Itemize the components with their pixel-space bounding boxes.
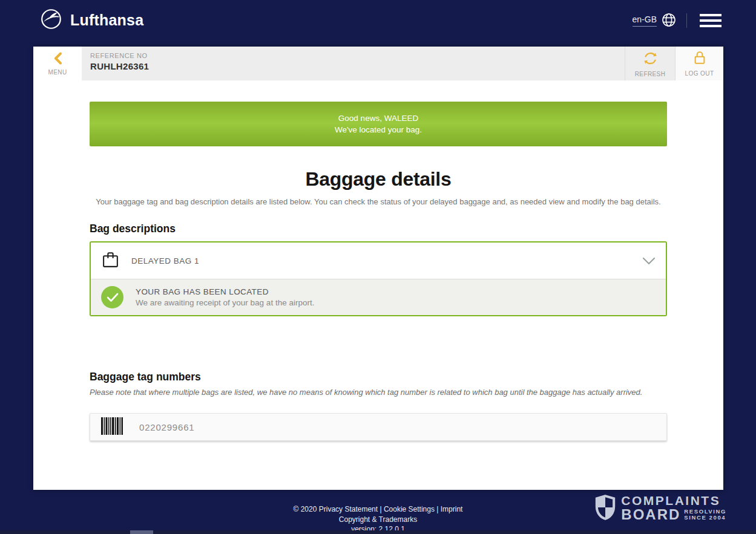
bag-label: DELAYED BAG 1 xyxy=(131,256,199,265)
main-panel: MENU REFERENCE NO RUHLH26361 REFRESH xyxy=(33,47,723,490)
complaints-board-word1: COMPLAINTS xyxy=(621,494,726,507)
footer-link-imprint[interactable]: Imprint xyxy=(441,505,463,513)
page-intro: Your baggage tag and bag description det… xyxy=(90,197,667,206)
bag-card: DELAYED BAG 1 YOUR BAG HAS BEEN LOCATED … xyxy=(90,241,667,316)
bag-status-title: YOUR BAG HAS BEEN LOCATED xyxy=(136,287,314,296)
toolbar: MENU REFERENCE NO RUHLH26361 REFRESH xyxy=(33,47,723,80)
footer-separator: | xyxy=(380,505,381,513)
complaints-board-logo: COMPLAINTS BOARD RESOLVING SINCE 2004 xyxy=(594,494,726,523)
lufthansa-crane-icon xyxy=(40,8,62,33)
bag-descriptions-heading: Bag descriptions xyxy=(90,223,667,235)
footer-link-privacy[interactable]: Privacy Statement xyxy=(319,505,378,513)
language-selector[interactable]: en-GB xyxy=(633,13,676,29)
baggage-tags-note: Please note that where multiple bags are… xyxy=(90,388,667,397)
logout-label: LOG OUT xyxy=(685,70,714,77)
footer-separator: | xyxy=(436,505,438,513)
lock-icon xyxy=(692,50,708,68)
bag-status-detail: We are awaiting receipt of your bag at t… xyxy=(136,298,314,307)
baggage-tag-number: 0220299661 xyxy=(139,422,194,432)
brand: Lufthansa xyxy=(40,8,143,33)
complaints-board-tag2: SINCE 2004 xyxy=(684,515,726,521)
footer-link-trademarks[interactable]: Copyright & Trademarks xyxy=(339,515,417,524)
hamburger-menu-icon xyxy=(700,14,721,16)
reference-label: REFERENCE NO xyxy=(90,52,625,59)
banner-line2: We've located your bag. xyxy=(335,125,422,134)
refresh-label: REFRESH xyxy=(635,71,666,77)
shield-icon xyxy=(594,494,617,523)
back-chevron-icon xyxy=(53,52,62,67)
brand-name: Lufthansa xyxy=(70,11,143,29)
barcode-icon xyxy=(101,417,123,437)
horizontal-scrollbar xyxy=(0,530,756,534)
bag-card-header[interactable]: DELAYED BAG 1 xyxy=(91,243,666,279)
globe-icon xyxy=(662,13,676,29)
bag-status: YOUR BAG HAS BEEN LOCATED We are awaitin… xyxy=(91,279,666,315)
horizontal-scrollbar-thumb[interactable] xyxy=(130,530,153,534)
topbar-right: en-GB xyxy=(633,11,721,30)
suitcase-icon xyxy=(101,250,120,272)
complaints-board-word2: BOARD xyxy=(621,508,680,521)
menu-back-button[interactable]: MENU xyxy=(33,47,82,80)
reference-section: REFERENCE NO RUHLH26361 xyxy=(82,47,625,80)
success-banner: Good news, WALEED We've located your bag… xyxy=(90,102,667,146)
check-icon xyxy=(101,286,123,308)
baggage-tag-row: 0220299661 xyxy=(90,413,667,441)
reference-value: RUHLH26361 xyxy=(90,61,625,71)
refresh-button[interactable]: REFRESH xyxy=(625,47,675,80)
banner-line1: Good news, WALEED xyxy=(338,114,418,123)
refresh-icon xyxy=(642,50,659,68)
page-title: Baggage details xyxy=(90,168,667,190)
header-divider xyxy=(686,13,687,28)
footer-link-cookies[interactable]: Cookie Settings xyxy=(384,505,435,513)
chevron-down-icon xyxy=(642,257,656,265)
logout-button[interactable]: LOG OUT xyxy=(675,47,723,80)
baggage-tags-heading: Baggage tag numbers xyxy=(90,371,667,383)
content: Good news, WALEED We've located your bag… xyxy=(33,102,723,441)
menu-label: MENU xyxy=(48,69,67,76)
footer-copyright: © 2020 xyxy=(294,505,317,513)
hamburger-menu-button[interactable] xyxy=(700,13,721,28)
language-label: en-GB xyxy=(633,15,657,27)
